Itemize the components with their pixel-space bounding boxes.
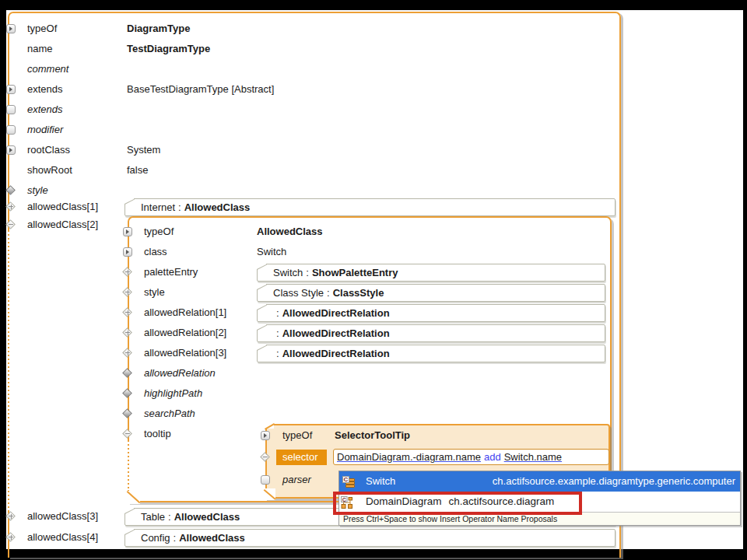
diamond-plus-icon[interactable] [123, 328, 132, 338]
property-label: allowedRelation[3] [144, 343, 226, 363]
property-label: allowedClass[3] [27, 506, 98, 527]
empty-box-icon[interactable] [261, 475, 270, 485]
separator: : [327, 287, 330, 299]
selected-property-label[interactable]: selector [276, 450, 327, 465]
property-label: name [27, 39, 53, 59]
diamond-filled-icon[interactable] [123, 389, 132, 398]
property-row-paletteentry: paletteEntry Switch:ShowPaletteEntry [6, 262, 743, 282]
property-value[interactable]: DiagramType [127, 19, 190, 39]
instance-box-allowedrelation[interactable]: :AllowedDirectRelation [257, 324, 605, 342]
diamond-plus-icon[interactable] [6, 202, 16, 212]
instance-box-allowedrelation[interactable]: :AllowedDirectRelation [257, 345, 605, 362]
property-row-allowedclass-4: allowedClass[4] Config:AllowedClass [6, 527, 743, 548]
expression-token[interactable]: Switch.name [504, 451, 562, 463]
diamond-plus-icon[interactable] [6, 512, 16, 521]
instance-type: AllowedClass [184, 201, 251, 213]
property-label: allowedRelation [144, 363, 216, 383]
property-label: typeOf [27, 19, 57, 39]
property-row-typeof: typeOf AllowedClass [6, 222, 743, 242]
expand-arrow-icon[interactable] [261, 431, 270, 440]
instance-type: ShowPaletteEntry [312, 267, 398, 278]
empty-box-icon[interactable] [6, 125, 16, 135]
property-row-extends-derived: extends [6, 100, 743, 120]
selector-expression-field[interactable]: DomainDiagram.-diagram.nameaddSwitch.nam… [333, 449, 609, 465]
property-label: typeOf [282, 425, 312, 446]
property-label: modifier [27, 120, 63, 140]
operator-token[interactable]: add [481, 451, 504, 463]
proposal-name: Switch [366, 471, 395, 492]
diamond-filled-icon[interactable] [123, 409, 132, 418]
expand-arrow-icon[interactable] [123, 247, 132, 257]
instance-box-allowedrelation[interactable]: :AllowedDirectRelation [257, 304, 605, 322]
separator: : [174, 532, 177, 544]
property-row-showroot: showRoot false [6, 160, 743, 180]
instance-type: AllowedClass [179, 532, 245, 544]
separator: : [276, 307, 279, 319]
property-row-allowedrelation-1: allowedRelation[1] :AllowedDirectRelatio… [6, 303, 743, 323]
diamond-plus-icon[interactable] [123, 288, 132, 297]
property-row-allowedrelation-2: allowedRelation[2] :AllowedDirectRelatio… [6, 323, 743, 343]
property-row-rootclass: rootClass System [6, 140, 743, 160]
property-label: extends [27, 100, 63, 120]
separator: : [178, 201, 181, 213]
proposal-item-switch[interactable]: C Switch ch.actifsource.example.diagramt… [339, 471, 740, 492]
property-label: class [144, 242, 167, 262]
expression-token[interactable]: DomainDiagram.-diagram.name [337, 451, 481, 463]
property-label: searchPath [144, 404, 195, 424]
property-value[interactable]: SelectorToolTip [335, 425, 410, 446]
class-icon: C [342, 475, 355, 488]
property-row-modifier: modifier [6, 120, 743, 140]
diamond-plus-icon[interactable] [123, 348, 132, 358]
separator: : [306, 267, 309, 278]
separator: : [276, 348, 279, 359]
property-label: extends [27, 79, 63, 100]
instance-name: Config [141, 532, 170, 544]
property-value[interactable]: Switch [257, 242, 286, 262]
property-row-allowedrelation-derived: allowedRelation [6, 363, 743, 383]
instance-box-config[interactable]: Config:AllowedClass [124, 529, 615, 547]
empty-box-icon[interactable] [6, 105, 16, 114]
instance-box-internet[interactable]: Internet:AllowedClass [124, 198, 615, 216]
instance-box-style[interactable]: Class Style:ClassStyle [257, 284, 605, 302]
property-value[interactable]: false [127, 160, 148, 180]
expand-arrow-icon[interactable] [6, 24, 16, 33]
property-label: rootClass [27, 140, 70, 160]
property-label: comment [27, 59, 68, 79]
property-value[interactable]: TestDiagramType [127, 39, 210, 59]
instance-name: Class Style [273, 287, 324, 299]
property-label: allowedRelation[2] [144, 323, 226, 343]
property-label: paletteEntry [144, 262, 198, 282]
diamond-filled-icon[interactable] [123, 369, 132, 378]
property-row-typeof: typeOf SelectorToolTip [6, 425, 743, 446]
diamond-plus-icon[interactable] [123, 268, 132, 277]
property-row-typeof: typeOf DiagramType [6, 19, 743, 39]
separator: : [168, 511, 171, 523]
property-label: allowedRelation[1] [144, 303, 226, 323]
instance-name: Switch [273, 267, 303, 278]
expand-arrow-icon[interactable] [6, 85, 16, 94]
instance-type: ClassStyle [333, 287, 384, 299]
diamond-plus-icon[interactable] [123, 308, 132, 317]
diamond-plus-icon[interactable] [6, 533, 16, 542]
property-row-allowedrelation-3: allowedRelation[3] :AllowedDirectRelatio… [6, 343, 743, 363]
property-row-comment: comment [6, 59, 743, 79]
property-row-highlightpath: highlightPath [6, 383, 743, 404]
diamond-minus-icon[interactable] [261, 453, 270, 462]
svg-text:C: C [344, 476, 349, 483]
instance-box-paletteentry[interactable]: Switch:ShowPaletteEntry [257, 264, 605, 282]
property-value[interactable]: BaseTestDiagramType [Abstract] [127, 79, 274, 100]
property-label: parser [282, 470, 311, 490]
expand-arrow-icon[interactable] [6, 145, 16, 155]
instance-name: Table [141, 511, 165, 523]
property-value[interactable]: System [127, 140, 160, 160]
property-row-searchpath: searchPath [6, 404, 743, 424]
property-label: allowedClass[4] [27, 527, 98, 548]
instance-type: AllowedClass [174, 511, 240, 523]
screenshot-root: typeOf DiagramType name TestDiagramType … [0, 0, 747, 560]
diamond-filled-icon[interactable] [6, 186, 16, 195]
property-row-selector: selector DomainDiagram.-diagram.nameaddS… [6, 447, 743, 467]
property-value[interactable]: AllowedClass [257, 222, 323, 242]
expand-arrow-icon[interactable] [123, 227, 132, 236]
instance-name: Internet [141, 201, 175, 213]
proposal-namespace: ch.actifsource.example.diagramtype.gener… [493, 471, 735, 492]
